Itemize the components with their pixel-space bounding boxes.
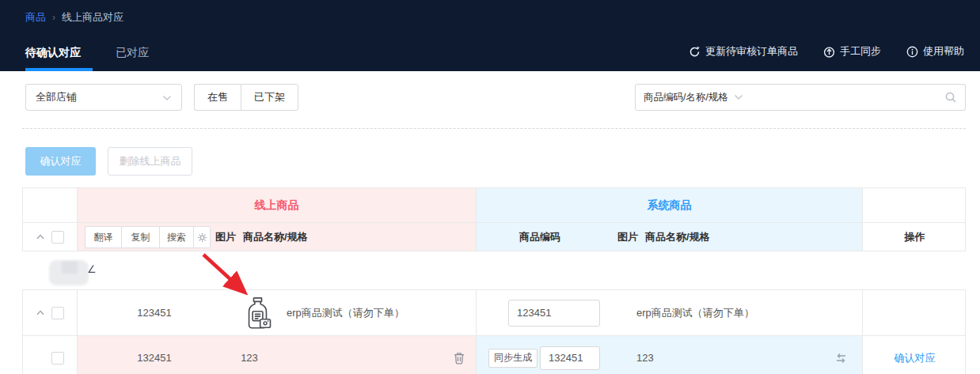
- gear-icon: [197, 232, 207, 243]
- online-product-group-title: 线上商品: [78, 188, 476, 222]
- delisted-filter-button[interactable]: 已下架: [241, 84, 298, 111]
- help-button[interactable]: 使用帮助: [906, 44, 964, 59]
- search-box: [751, 84, 966, 111]
- table-body: 123451 erp商品测试（请勿下单）: [22, 289, 966, 374]
- header-expander-cell: [23, 223, 77, 251]
- table-row: 132451 123 同步生成 123 确认对应: [23, 335, 965, 374]
- breadcrumb-current: 线上商品对应: [62, 11, 123, 23]
- delete-row-button[interactable]: [453, 351, 465, 365]
- on-sale-filter-button[interactable]: 在售: [194, 84, 241, 111]
- row-action-cell: 确认对应: [862, 336, 967, 374]
- online-product-group-header: 线上商品: [77, 188, 476, 222]
- online-name-column-label: 商品名称/规格: [243, 230, 308, 244]
- search-tool-button[interactable]: 搜索: [160, 226, 194, 248]
- manual-sync-label: 手工同步: [840, 44, 881, 59]
- trash-icon: [453, 351, 465, 365]
- breadcrumb-separator: ›: [52, 12, 55, 23]
- system-product-group-title: 系统商品: [477, 188, 862, 222]
- select-all-checkbox[interactable]: [51, 231, 64, 244]
- collapse-row-caret-icon[interactable]: [36, 310, 44, 315]
- table-header: 线上商品 系统商品 翻译 复制 搜索: [22, 187, 966, 251]
- online-product-name: 123: [231, 336, 268, 374]
- header-select-cell: [23, 188, 77, 222]
- system-product-group-header: 系统商品: [476, 188, 862, 222]
- system-image-column-label: 图片: [617, 230, 638, 244]
- collapse-all-caret-icon[interactable]: [36, 234, 44, 240]
- tab-mapped[interactable]: 已对应: [116, 46, 149, 71]
- row-checkbox[interactable]: [51, 307, 64, 319]
- manual-sync-icon: [823, 46, 835, 58]
- breadcrumb: 商品›线上商品对应: [25, 10, 123, 25]
- action-column-header: 操作: [862, 223, 967, 251]
- refresh-pending-orders-label: 更新待审核订单商品: [705, 44, 798, 59]
- shop-group-mark: ∠: [87, 263, 97, 275]
- listing-status-filter: 在售 已下架: [194, 84, 298, 111]
- sync-generated-badge: 同步生成: [488, 349, 537, 368]
- refresh-icon: [689, 46, 701, 58]
- system-name-column-label: 商品名称/规格: [645, 230, 710, 244]
- product-bottle-image-icon[interactable]: [243, 297, 272, 330]
- delete-online-product-button[interactable]: 删除线上商品: [108, 147, 192, 176]
- action-column-label: 操作: [863, 223, 967, 251]
- topbar: 商品›线上商品对应 待确认对应 已对应 更新待审核订单商品 手工同步 使用帮助: [0, 0, 980, 71]
- system-product-cell: erp商品测试（请勿下单）: [476, 290, 862, 335]
- system-code-column-label: 商品编码: [492, 223, 587, 251]
- online-tools: 翻译 复制 搜索: [85, 226, 211, 248]
- online-product-code: 132451: [78, 336, 231, 374]
- shop-group-label-blurred: [49, 260, 89, 285]
- confirm-mapping-link[interactable]: 确认对应: [863, 336, 967, 374]
- table-row: 123451 erp商品测试（请勿下单）: [23, 290, 965, 335]
- header-action-spacer: [862, 188, 967, 222]
- online-product-mapping-page: 商品›线上商品对应 待确认对应 已对应 更新待审核订单商品 手工同步 使用帮助 …: [0, 0, 980, 374]
- topbar-actions: 更新待审核订单商品 手工同步 使用帮助: [689, 44, 964, 59]
- swap-arrows-icon: [834, 352, 848, 365]
- search-field-select[interactable]: 商品编码/名称/规格: [635, 84, 752, 111]
- row-expander-cell: [23, 290, 77, 335]
- chevron-down-icon: [162, 92, 172, 104]
- shop-select-value: 全部店铺: [36, 90, 77, 104]
- search-icon[interactable]: [944, 91, 957, 104]
- manual-sync-button[interactable]: 手工同步: [823, 44, 881, 59]
- system-product-cell: 同步生成 123: [476, 336, 862, 374]
- system-product-name: 123: [636, 336, 654, 374]
- system-code-input[interactable]: [540, 346, 600, 370]
- shop-select[interactable]: 全部店铺: [25, 84, 182, 111]
- confirm-mapping-button[interactable]: 确认对应: [25, 147, 96, 176]
- online-columns-header: 翻译 复制 搜索 图片 商品名称/规格: [77, 223, 476, 251]
- online-product-name: erp商品测试（请勿下单）: [287, 290, 405, 335]
- online-product-cell: 123451 erp商品测试（请勿下单）: [77, 290, 476, 335]
- system-code-input[interactable]: [508, 300, 600, 327]
- search-input[interactable]: [751, 85, 944, 110]
- row-action-cell: [862, 290, 967, 335]
- system-product-name: erp商品测试（请勿下单）: [636, 290, 754, 335]
- active-tab-indicator: [25, 68, 93, 71]
- chevron-down-icon: [734, 92, 743, 103]
- row-checkbox[interactable]: [51, 352, 64, 365]
- breadcrumb-root[interactable]: 商品: [25, 11, 46, 23]
- help-icon: [906, 46, 918, 58]
- help-label: 使用帮助: [923, 44, 964, 59]
- swap-mapping-button[interactable]: [834, 352, 848, 365]
- search-field-select-value: 商品编码/名称/规格: [644, 91, 728, 104]
- copy-button[interactable]: 复制: [122, 226, 160, 248]
- refresh-pending-orders-button[interactable]: 更新待审核订单商品: [689, 44, 798, 59]
- system-columns-header: 商品编码 图片 商品名称/规格: [476, 223, 862, 251]
- row-expander-cell: [23, 336, 77, 374]
- divider: [22, 128, 966, 129]
- online-image-column-label: 图片: [215, 230, 236, 244]
- online-product-code: 123451: [78, 290, 231, 335]
- settings-gear-button[interactable]: [194, 226, 211, 248]
- translate-button[interactable]: 翻译: [85, 226, 122, 248]
- online-product-cell: 132451 123: [77, 336, 476, 374]
